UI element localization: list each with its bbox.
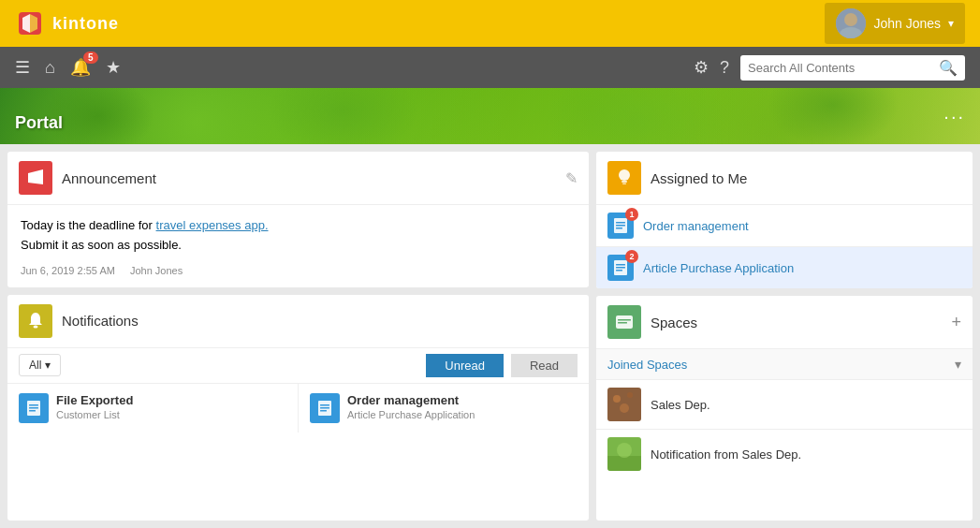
user-chevron-icon: ▾ xyxy=(948,17,954,30)
spaces-icon-wrap xyxy=(607,305,641,339)
space-item-2-thumb xyxy=(607,437,641,471)
leaf-decoration xyxy=(0,88,980,144)
svg-rect-15 xyxy=(320,410,327,412)
announcement-icon xyxy=(25,168,46,188)
svg-rect-9 xyxy=(29,404,38,406)
notification-item-1[interactable]: File Exported Customer List xyxy=(7,383,298,433)
announcement-icon-wrap xyxy=(19,161,52,195)
right-panel: Assigned to Me 1 Order management xyxy=(596,144,980,528)
assigned-item-2-icon: 2 xyxy=(607,255,634,281)
assigned-header: Assigned to Me xyxy=(596,152,973,204)
space-item-1[interactable]: Sales Dep. xyxy=(596,379,973,429)
notifications-header: Notifications xyxy=(7,295,589,347)
logo-text: kintone xyxy=(52,14,119,34)
user-name: John Jones xyxy=(873,16,941,31)
search-button[interactable]: 🔍 xyxy=(939,59,958,77)
assigned-item-2[interactable]: 2 Article Purchase Application xyxy=(596,246,973,288)
assigned-icon-wrap xyxy=(607,161,641,195)
svg-point-33 xyxy=(620,403,629,413)
svg-rect-20 xyxy=(616,222,625,224)
svg-rect-22 xyxy=(616,227,622,229)
assigned-item-1[interactable]: 1 Order management xyxy=(596,204,973,246)
announcement-header: Announcement ✎ xyxy=(7,152,589,205)
space-item-2-name: Notification from Sales Dep. xyxy=(651,447,801,462)
notification-item-2-title: Order management xyxy=(347,393,578,407)
svg-rect-17 xyxy=(622,181,627,183)
notification-item-2-content: Order management Article Purchase Applic… xyxy=(347,393,578,420)
svg-point-7 xyxy=(34,325,38,328)
filter-chevron-icon: ▾ xyxy=(45,359,51,372)
notification-badge: 5 xyxy=(83,51,98,64)
main-content: Announcement ✎ Today is the deadline for… xyxy=(0,144,980,528)
announcement-line1: Today is the deadline for xyxy=(21,218,156,232)
portal-banner: Portal ··· xyxy=(0,88,980,144)
spaces-add-button[interactable]: + xyxy=(951,313,961,332)
top-bar: kintone John Jones ▾ xyxy=(0,0,980,47)
announcement-title: Announcement xyxy=(62,170,556,186)
notifications-filter-bar: All ▾ Unread Read xyxy=(7,347,589,383)
assigned-item-1-badge: 1 xyxy=(625,208,638,221)
notifications-title: Notifications xyxy=(62,313,578,329)
favorites-icon[interactable]: ★ xyxy=(106,57,121,78)
notification-item-2-sub: Article Purchase Application xyxy=(347,409,578,420)
help-icon[interactable]: ? xyxy=(720,58,729,78)
edit-icon[interactable]: ✎ xyxy=(565,169,578,187)
space-item-2[interactable]: Notification from Sales Dep. xyxy=(596,429,973,478)
home-icon[interactable]: ⌂ xyxy=(45,58,55,78)
announcement-date: Jun 6, 2019 2:55 AM xyxy=(21,265,115,276)
svg-rect-11 xyxy=(29,410,36,412)
spaces-icon xyxy=(614,312,635,332)
announcement-line2: Submit it as soon as possible. xyxy=(21,238,182,252)
user-avatar-img xyxy=(836,8,866,38)
notification-item-1-content: File Exported Customer List xyxy=(56,393,286,420)
svg-rect-21 xyxy=(616,225,625,227)
menu-icon[interactable]: ☰ xyxy=(15,57,30,78)
nav-right: ⚙ ? 🔍 xyxy=(694,55,965,81)
bell-icon xyxy=(25,311,46,331)
spaces-card: Spaces + Joined Spaces ▾ Sales Dep. xyxy=(596,296,973,521)
assigned-item-1-icon: 1 xyxy=(607,213,634,239)
notification-item-2-icon xyxy=(310,393,340,423)
svg-rect-35 xyxy=(607,456,641,471)
announcement-body: Today is the deadline for travel expense… xyxy=(7,205,589,287)
svg-rect-28 xyxy=(618,319,631,321)
search-input[interactable] xyxy=(748,61,933,75)
assigned-item-1-name: Order management xyxy=(643,219,749,233)
announcement-author: John Jones xyxy=(130,265,183,276)
svg-point-32 xyxy=(627,392,633,398)
announcement-link[interactable]: travel expenses app. xyxy=(156,218,269,232)
record-icon-1 xyxy=(612,217,629,234)
kintone-logo-icon xyxy=(15,8,45,38)
svg-rect-10 xyxy=(29,407,38,409)
notification-item-2[interactable]: Order management Article Purchase Applic… xyxy=(299,383,589,433)
search-box: 🔍 xyxy=(740,55,965,81)
space-item-2-image xyxy=(607,437,641,471)
svg-rect-18 xyxy=(622,183,626,185)
portal-more-button[interactable]: ··· xyxy=(943,106,965,127)
unread-tab[interactable]: Unread xyxy=(426,354,504,377)
space-item-1-thumb xyxy=(607,388,641,421)
order-icon xyxy=(316,400,333,417)
kintone-logo: kintone xyxy=(15,8,119,38)
svg-rect-26 xyxy=(616,270,622,271)
joined-spaces-toggle[interactable]: Joined Spaces ▾ xyxy=(596,348,973,379)
notifications-icon[interactable]: 🔔 5 xyxy=(70,57,91,78)
announcement-meta: Jun 6, 2019 2:55 AM John Jones xyxy=(21,265,576,276)
user-menu[interactable]: John Jones ▾ xyxy=(825,3,965,44)
svg-rect-13 xyxy=(320,404,329,406)
space-item-1-image xyxy=(607,388,641,421)
nav-left: ☰ ⌂ 🔔 5 ★ xyxy=(15,57,121,78)
svg-point-16 xyxy=(619,169,630,181)
svg-rect-14 xyxy=(320,407,329,409)
read-tab[interactable]: Read xyxy=(511,354,578,377)
filter-label: All xyxy=(29,359,41,372)
assigned-item-2-name: Article Purchase Application xyxy=(643,261,794,275)
svg-rect-29 xyxy=(618,322,627,324)
settings-icon[interactable]: ⚙ xyxy=(694,57,709,78)
svg-point-4 xyxy=(844,13,857,26)
filter-dropdown[interactable]: All ▾ xyxy=(19,354,61,376)
portal-title: Portal xyxy=(15,113,63,133)
svg-rect-25 xyxy=(616,267,625,269)
left-panel: Announcement ✎ Today is the deadline for… xyxy=(0,144,596,528)
svg-point-36 xyxy=(617,443,632,458)
